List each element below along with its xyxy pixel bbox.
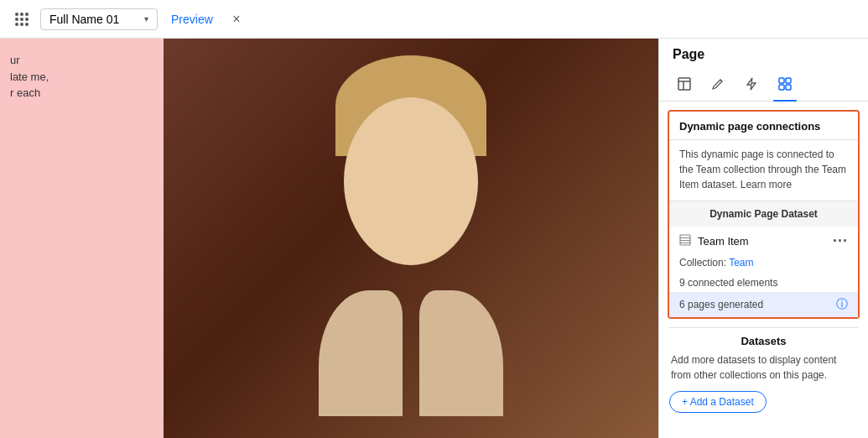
- face: [344, 97, 478, 265]
- person-portrait: [319, 55, 503, 416]
- datasets-description: Add more datasets to display content fro…: [669, 352, 858, 391]
- tab-interactions[interactable]: [736, 70, 767, 97]
- grid-dots-icon: [15, 13, 29, 26]
- learn-more-link[interactable]: Learn more: [741, 179, 792, 190]
- dataset-section: Dynamic Page Dataset Team Item ···: [669, 201, 858, 317]
- dataset-item-icon: [679, 234, 691, 248]
- svg-rect-4: [786, 78, 791, 83]
- pen-icon: [710, 76, 725, 91]
- top-bar: Full Name 01 ▾ Preview ×: [0, 0, 868, 39]
- svg-rect-5: [779, 85, 784, 90]
- datasets-section-title: Datasets: [669, 327, 858, 352]
- grid-pages-icon: [777, 76, 793, 91]
- canvas-area: [164, 39, 658, 438]
- tab-layout[interactable]: [669, 70, 699, 97]
- text-line-3: r each: [10, 85, 153, 102]
- close-button[interactable]: ×: [226, 9, 247, 29]
- dynamic-connections-box: Dynamic page connections This dynamic pa…: [668, 110, 860, 319]
- layout-icon: [677, 76, 692, 91]
- chevron-down-icon: ▾: [144, 14, 148, 23]
- datasets-section: Datasets Add more datasets to display co…: [659, 319, 868, 421]
- text-line-1: ur: [10, 52, 153, 69]
- dynamic-connections-description: This dynamic page is connected to the Te…: [669, 140, 858, 201]
- main-area: ur late me, r each Page: [0, 39, 868, 438]
- left-panel-text: ur late me, r each: [10, 52, 153, 102]
- icon-tabs: [659, 67, 868, 102]
- shoulder-left: [319, 290, 403, 416]
- shoulder-right: [419, 290, 503, 416]
- dataset-name: Team Item: [698, 235, 826, 248]
- bolt-icon: [744, 76, 759, 91]
- dataset-more-button[interactable]: ···: [833, 233, 848, 248]
- svg-rect-3: [779, 78, 784, 83]
- grid-menu-button[interactable]: [10, 8, 34, 31]
- tab-design[interactable]: [703, 70, 733, 97]
- name-dropdown[interactable]: Full Name 01 ▾: [40, 8, 158, 30]
- pages-generated-row: 6 pages generated ⓘ: [669, 292, 858, 317]
- canvas-image: [164, 39, 658, 438]
- left-panel: ur late me, r each: [0, 39, 164, 438]
- tab-pages[interactable]: [770, 70, 800, 97]
- collection-row: Collection: Team: [669, 255, 858, 274]
- svg-rect-6: [786, 85, 791, 90]
- right-panel: Page: [658, 39, 868, 438]
- dataset-item: Team Item ···: [669, 227, 858, 255]
- dataset-section-header: Dynamic Page Dataset: [669, 201, 858, 227]
- collection-link[interactable]: Team: [729, 257, 753, 269]
- dropdown-label: Full Name 01: [49, 13, 119, 26]
- svg-rect-0: [678, 78, 690, 90]
- dynamic-connections-title: Dynamic page connections: [669, 112, 858, 140]
- connected-elements-row: 9 connected elements: [669, 274, 858, 292]
- page-title: Page: [659, 39, 868, 67]
- text-line-2: late me,: [10, 69, 153, 86]
- add-dataset-button[interactable]: + Add a Dataset: [669, 391, 767, 413]
- info-icon[interactable]: ⓘ: [836, 297, 848, 312]
- preview-button[interactable]: Preview: [164, 13, 220, 26]
- pages-generated-text: 6 pages generated: [679, 299, 763, 310]
- collection-label: Collection:: [679, 257, 726, 269]
